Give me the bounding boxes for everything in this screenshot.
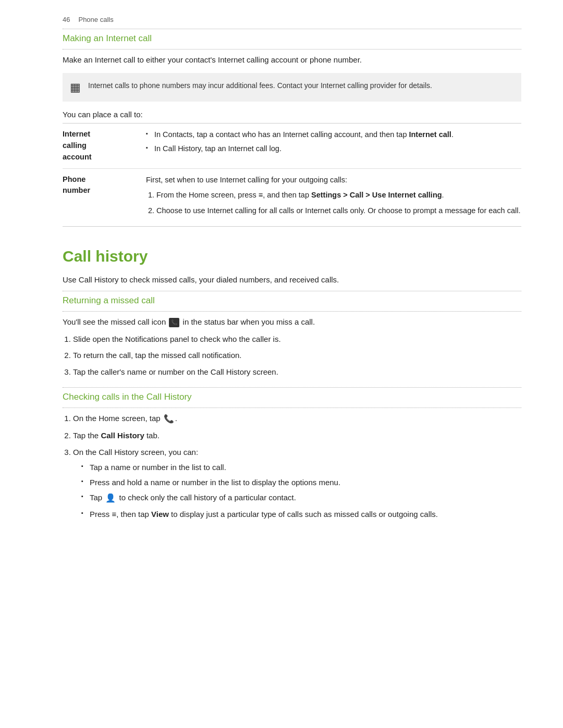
returning-missed-call-heading: Returning a missed call — [63, 295, 521, 306]
section-divider-top — [63, 29, 521, 29]
table-label-phone-number: Phonenumber — [63, 174, 146, 221]
section-divider-under-heading — [63, 49, 521, 50]
checking-sub-bullet-4: Press ≡, then tap View to display just a… — [81, 508, 521, 520]
internet-call-bold: Internet call — [409, 130, 451, 139]
settings-path: Settings > Call > Use Internet calling — [311, 191, 442, 199]
returning-step-3: Tap the caller's name or number on the C… — [73, 366, 521, 378]
returning-missed-call-body: You'll see the missed call icon 📞 in the… — [63, 316, 521, 328]
phone-tap-icon: 📞 — [164, 413, 174, 426]
returning-body-suffix: in the status bar when you miss a call. — [183, 317, 315, 326]
you-can-place-text: You can place a call to: — [63, 110, 521, 119]
phone-number-step-1: From the Home screen, press ≡, and then … — [156, 189, 521, 201]
checking-step-3: On the Call History screen, you can: Tap… — [73, 446, 521, 520]
making-internet-call-body: Make an Internet call to either your con… — [63, 54, 521, 66]
checking-sub-bullet-2: Press and hold a name or number in the l… — [81, 476, 521, 488]
internet-calling-bullet-1: In Contacts, tap a contact who has an In… — [146, 129, 521, 140]
note-text: Internet calls to phone numbers may incu… — [88, 80, 432, 91]
table-content-phone-number: First, set when to use Internet calling … — [146, 174, 521, 221]
checking-step-1: On the Home screen, tap 📞. — [73, 412, 521, 425]
contact-history-icon: 👤 — [105, 492, 116, 505]
returning-missed-call-steps: Slide open the Notifications panel to ch… — [63, 333, 521, 378]
phone-number-step-2: Choose to use Internet calling for all c… — [156, 205, 521, 216]
checking-divider-top — [63, 387, 521, 388]
phone-number-steps: From the Home screen, press ≡, and then … — [146, 189, 521, 217]
checking-calls-steps: On the Home screen, tap 📞. Tap the Call … — [63, 412, 521, 520]
returning-body-prefix: You'll see the missed call icon — [63, 317, 166, 326]
returning-step-2: To return the call, tap the missed call … — [73, 349, 521, 361]
page-number: 46 — [63, 16, 70, 23]
returning-divider-top — [63, 291, 521, 291]
call-history-title: Call history — [63, 248, 521, 265]
page-chapter: Phone calls — [78, 16, 113, 23]
checking-step-2: Tap the Call History tab. — [73, 429, 521, 441]
note-box: ▦ Internet calls to phone numbers may in… — [63, 73, 521, 102]
making-internet-call-heading: Making an Internet call — [63, 33, 521, 44]
table-content-internet-calling: In Contacts, tap a contact who has an In… — [146, 129, 521, 163]
checking-sub-bullet-3: Tap 👤 to check only the call history of … — [81, 491, 521, 504]
flag-icon: ▦ — [70, 81, 81, 94]
table-row-internet-calling: Internetcallingaccount In Contacts, tap … — [63, 124, 521, 168]
checking-sub-bullet-1: Tap a name or number in the list to call… — [81, 461, 521, 473]
internet-call-table: Internetcallingaccount In Contacts, tap … — [63, 123, 521, 226]
call-history-intro: Use Call History to check missed calls, … — [63, 274, 521, 286]
page-number-line: 46 Phone calls — [63, 16, 521, 23]
table-row-phone-number: Phonenumber First, set when to use Inter… — [63, 169, 521, 226]
view-bold: View — [151, 510, 169, 519]
internet-calling-bullet-2: In Call History, tap an Internet call lo… — [146, 143, 521, 154]
table-label-internet-calling: Internetcallingaccount — [63, 129, 146, 163]
returning-divider-bottom — [63, 311, 521, 312]
internet-calling-bullets: In Contacts, tap a contact who has an In… — [146, 129, 521, 154]
checking-sub-bullets: Tap a name or number in the list to call… — [73, 461, 521, 520]
checking-calls-heading: Checking calls in the Call History — [63, 392, 521, 402]
returning-step-1: Slide open the Notifications panel to ch… — [73, 333, 521, 345]
missed-call-icon: 📞 — [169, 318, 179, 327]
phone-number-intro: First, set when to use Internet calling … — [146, 174, 521, 186]
call-history-tab-bold: Call History — [101, 431, 144, 440]
checking-divider-bottom — [63, 408, 521, 408]
